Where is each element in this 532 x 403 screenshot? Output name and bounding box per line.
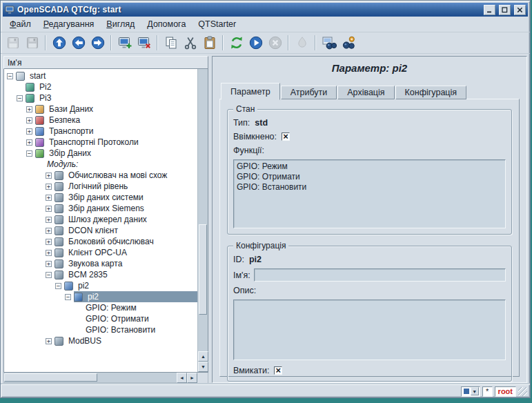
tree-item[interactable]: +Блоковий обчислювач [4, 236, 197, 247]
up-button[interactable] [50, 34, 68, 52]
tree-item[interactable]: +Безпека [4, 115, 197, 126]
scroll-right-button[interactable] [187, 373, 197, 383]
tree-item[interactable]: +Збір даних Siemens [4, 203, 197, 214]
vscroll-thumb[interactable] [199, 224, 207, 315]
tree-item[interactable]: +Бази Даних [4, 104, 197, 115]
function-item[interactable]: GPIO: Отримати [237, 172, 502, 182]
combo-dropdown-button[interactable] [471, 387, 479, 395]
tree-item[interactable]: +Збір даних системи [4, 192, 197, 203]
menu-edit[interactable]: Редагування [37, 17, 101, 31]
scroll-down-button[interactable] [198, 362, 208, 372]
tree-toggle[interactable]: + [46, 195, 52, 201]
load-button[interactable] [3, 34, 22, 52]
tab-attributes[interactable]: Атрибути [281, 86, 337, 99]
copy-button[interactable] [161, 34, 180, 52]
tree-toggle[interactable]: − [7, 73, 13, 79]
tree-toggle[interactable]: + [46, 338, 52, 344]
menu-qtstarter[interactable]: QTStarter [192, 17, 242, 31]
tab-archiving[interactable]: Архівація [337, 86, 394, 99]
close-button[interactable] [514, 5, 526, 15]
tree-item-label: Звукова карта [66, 258, 124, 269]
tree-item[interactable]: −Pi3 [4, 92, 197, 104]
save-button[interactable] [23, 34, 41, 52]
start-updating-button[interactable] [246, 34, 265, 52]
tree-toggle[interactable]: + [46, 228, 52, 234]
enabled-checkbox[interactable] [282, 132, 290, 141]
tree-item[interactable]: GPIO: Отримати [4, 313, 197, 324]
titlebar[interactable]: OpenSCADA QTCfg: start [3, 3, 528, 17]
tree-item[interactable]: +Транспорти [4, 126, 197, 137]
find-config-button[interactable] [339, 34, 357, 52]
tree-item[interactable]: +Логічний рівень [4, 181, 197, 192]
function-item[interactable]: GPIO: Режим [237, 161, 502, 172]
hscroll-track[interactable] [4, 373, 177, 382]
module-icon [55, 182, 63, 191]
tree-item[interactable]: +ModBUS [4, 335, 197, 346]
tree-item[interactable]: GPIO: Встановити [4, 324, 197, 335]
tree-item-content: Модуль: [45, 159, 197, 170]
tree-item[interactable]: +Клієнт OPC-UA [4, 247, 197, 258]
tab-parameter[interactable]: Параметр [221, 83, 280, 100]
tree-item[interactable]: +Транспортні Протоколи [4, 137, 197, 148]
find-button[interactable] [319, 34, 338, 52]
vscroll-track[interactable] [198, 69, 208, 351]
tree-toggle[interactable]: + [46, 173, 52, 179]
tree-item[interactable]: −pi2 [4, 291, 197, 302]
tree-toggle[interactable]: + [46, 261, 52, 267]
cut-button[interactable] [181, 34, 199, 52]
scroll-up-button[interactable] [198, 351, 208, 362]
paste-button[interactable] [200, 34, 219, 52]
scroll-left-button[interactable] [177, 373, 187, 383]
tree-item[interactable]: −Збір Даних [4, 148, 197, 159]
item-add-button[interactable] [115, 34, 134, 52]
tree-toggle[interactable]: + [46, 239, 52, 245]
tree-item[interactable]: Модуль: [4, 159, 197, 170]
functions-listbox[interactable]: GPIO: РежимGPIO: ОтриматиGPIO: Встановит… [233, 159, 506, 228]
tree-toggle[interactable]: + [46, 250, 52, 256]
menu-file[interactable]: Файл [3, 17, 37, 31]
descr-textarea[interactable] [233, 299, 506, 360]
item-delete-button[interactable] [135, 34, 153, 52]
tree-toggle[interactable]: + [26, 106, 32, 112]
tree-toggle[interactable]: + [46, 184, 52, 190]
menu-help[interactable]: Допомога [141, 17, 192, 31]
tool-button[interactable] [293, 34, 311, 52]
tree-toggle[interactable]: − [65, 294, 71, 300]
tree-toggle[interactable]: − [26, 150, 32, 157]
tree-item[interactable]: +Шлюз джерел даних [4, 214, 197, 225]
tree-header[interactable]: Ім'я [3, 56, 208, 69]
tree-toggle[interactable]: − [55, 283, 61, 289]
tree-vertical-scrollbar[interactable] [197, 69, 208, 372]
name-input[interactable] [254, 268, 506, 282]
tree-toggle[interactable]: + [26, 117, 32, 124]
tree-item[interactable]: −pi2 [4, 280, 197, 291]
back-button[interactable] [69, 34, 88, 52]
tree-item[interactable]: GPIO: Режим [4, 302, 197, 313]
functions-label: Функції: [233, 146, 264, 155]
tree-item[interactable]: +Звукова карта [4, 258, 197, 269]
tree-item[interactable]: Pi2 [4, 81, 197, 92]
hscroll-thumb[interactable] [4, 373, 97, 382]
menu-view[interactable]: Вигляд [100, 17, 141, 31]
tree-toggle[interactable]: + [46, 217, 52, 223]
tab-configuration[interactable]: Конфігурація [395, 86, 466, 99]
maximize-button[interactable] [499, 5, 511, 15]
tree-toggle[interactable]: − [46, 272, 52, 278]
tree-item[interactable]: +Обчислювач на мові схож [4, 170, 197, 181]
tree-horizontal-scrollbar[interactable] [3, 373, 208, 383]
tree-toggle[interactable]: + [26, 139, 32, 146]
function-item[interactable]: GPIO: Встановити [237, 182, 502, 193]
size-grip[interactable] [518, 387, 527, 396]
tree-toggle[interactable]: + [26, 128, 32, 135]
tree-item[interactable]: −BCM 2835 [4, 269, 197, 280]
refresh-button[interactable] [227, 34, 246, 52]
tree-item[interactable]: +DCON клієнт [4, 225, 197, 236]
minimize-button[interactable] [484, 5, 495, 15]
tree-item[interactable]: −start [4, 70, 197, 81]
status-combo[interactable] [461, 386, 480, 397]
stop-updating-button[interactable] [266, 34, 284, 52]
tree-toggle[interactable]: − [17, 95, 23, 101]
enable-checkbox[interactable] [274, 366, 282, 375]
forward-button[interactable] [88, 34, 107, 52]
tree-toggle[interactable]: + [46, 206, 52, 212]
